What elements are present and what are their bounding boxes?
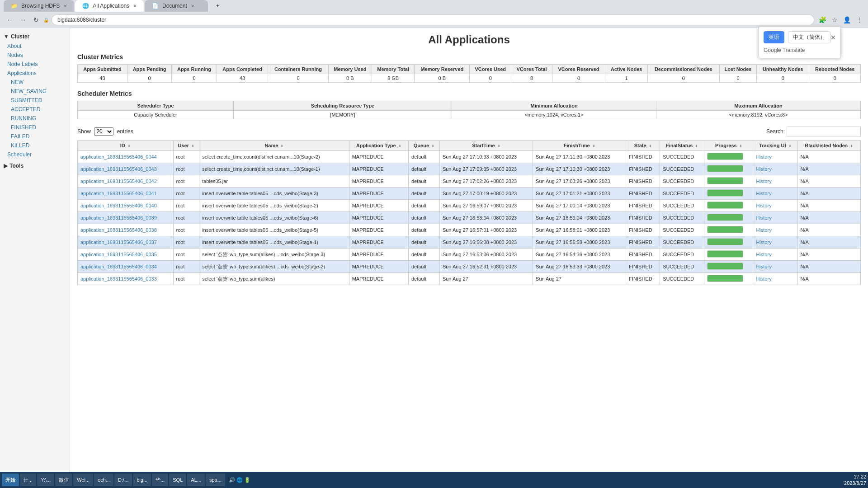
history-link[interactable]: History [756,227,771,233]
apps-col-state[interactable]: State ⬍ [626,141,660,151]
sidebar-item-new[interactable]: NEW [0,78,70,87]
tools-section-header[interactable]: ▶ Tools [0,161,70,171]
sidebar-item-about[interactable]: About [0,42,70,51]
app-id-link[interactable]: application_1693115565406_0034 [80,264,157,269]
sidebar-item-accepted[interactable]: ACCEPTED [0,105,70,114]
app-id-link[interactable]: application_1693115565406_0033 [80,276,157,282]
cell-finish: Sun Aug 27 17:11:30 +0800 2023 [533,151,626,163]
history-link[interactable]: History [756,166,771,172]
taskbar-btn-1[interactable]: 计... [20,474,36,483]
history-link[interactable]: History [756,276,771,282]
app-id-link[interactable]: application_1693115565406_0041 [80,191,157,196]
bookmark-button[interactable]: ☆ [830,15,840,24]
tab-hdfs[interactable]: 📁 Browsing HDFS ✕ [4,0,74,12]
taskbar-btn-hua[interactable]: 华... [152,474,168,483]
app-id-link[interactable]: application_1693115565406_0043 [80,166,157,172]
cell-finish: Sun Aug 27 16:54:36 +0800 2023 [533,249,626,261]
sidebar-item-running[interactable]: RUNNING [0,114,70,123]
cluster-section-header[interactable]: ▼ Cluster [0,32,70,42]
start-button[interactable]: 开始 [2,474,19,483]
app-id-link[interactable]: application_1693115565406_0042 [80,178,157,184]
history-link[interactable]: History [756,252,771,257]
search-input[interactable] [787,127,861,136]
app-id-link[interactable]: application_1693115565406_0040 [80,203,157,208]
history-link[interactable]: History [756,215,771,221]
history-link[interactable]: History [756,178,771,184]
cluster-label: Cluster [11,33,29,40]
apps-col-user[interactable]: User ⬍ [173,141,199,151]
apps-col-blacklisted[interactable]: Blacklisted Nodes ⬍ [797,141,860,151]
back-button[interactable]: ← [4,15,15,24]
taskbar-btn-wei[interactable]: Wei... [73,474,93,483]
tab-allapps[interactable]: 🌐 All Applications ✕ [75,0,144,12]
taskbar-btn-ech[interactable]: ech... [94,474,113,483]
translate-english-button[interactable]: 英语 [764,31,784,43]
history-link[interactable]: History [756,264,771,269]
apps-col-id[interactable]: ID ⬍ [78,141,174,151]
cell-progress [704,249,753,261]
cell-name: select '点赞' wb_type,sum(alikes) [199,273,349,285]
app-id-link[interactable]: application_1693115565406_0037 [80,239,157,245]
sidebar-item-node-labels[interactable]: Node Labels [0,60,70,69]
app-id-link[interactable]: application_1693115565406_0035 [80,252,157,257]
taskbar-btn-spa[interactable]: spa... [206,474,225,483]
cell-queue: default [408,273,439,285]
menu-button[interactable]: ⋮ [854,15,864,24]
cell-tracking: History [753,224,797,236]
tab-close-allapps[interactable]: ✕ [133,4,137,9]
sidebar-item-submitted[interactable]: SUBMITTED [0,96,70,105]
entries-select[interactable]: 20 50 100 [94,127,113,136]
forward-button[interactable]: → [17,15,29,24]
history-link[interactable]: History [756,203,771,208]
profile-button[interactable]: 👤 [841,15,853,24]
taskbar-sys: 🔊 🌐 🔋 [226,477,253,483]
cell-name: insert overwrite table tables05 ...ods_w… [199,212,349,224]
tab-close-hdfs[interactable]: ✕ [63,4,67,9]
taskbar-btn-sql[interactable]: SQL [169,474,186,483]
app-id-link[interactable]: application_1693115565406_0039 [80,215,157,221]
translate-chinese-button[interactable]: 中文（简体） [788,31,830,43]
translate-close-button[interactable]: ✕ [830,34,836,41]
apps-col-progress[interactable]: Progress ⬍ [704,141,753,151]
reload-button[interactable]: ↻ [31,15,42,24]
sidebar-item-nodes[interactable]: Nodes [0,51,70,60]
cluster-section: ▼ Cluster About Nodes Node Labels Applic… [0,32,70,159]
apps-col-name[interactable]: Name ⬍ [199,141,349,151]
taskbar-btn-2[interactable]: Y:\... [37,474,54,483]
address-bar[interactable]: bigdata:8088/cluster [52,14,814,25]
apps-col-finalstatus[interactable]: FinalStatus ⬍ [660,141,704,151]
history-link[interactable]: History [756,191,771,196]
apps-col-queue[interactable]: Queue ⬍ [408,141,439,151]
sidebar-item-applications[interactable]: Applications [0,69,70,78]
apps-col-type[interactable]: Application Type ⬍ [349,141,408,151]
taskbar-btn-wechat[interactable]: 微信 [55,474,72,483]
sidebar-item-killed[interactable]: KILLED [0,141,70,150]
history-link[interactable]: History [756,154,771,160]
app-id-link[interactable]: application_1693115565406_0044 [80,154,157,160]
progress-bar-container [707,165,743,172]
apps-col-tracking[interactable]: Tracking UI ⬍ [753,141,797,151]
taskbar-btn-d[interactable]: D:\... [114,474,132,483]
apps-col-start[interactable]: StartTime ⬍ [439,141,533,151]
val-apps-completed: 43 [217,74,268,83]
progress-bar-fill [708,165,743,172]
cell-user: root [173,163,199,175]
sidebar-item-failed[interactable]: FAILED [0,132,70,141]
cell-progress [704,212,753,224]
sidebar-item-new-saving[interactable]: NEW_SAVING [0,87,70,96]
sidebar-item-finished[interactable]: FINISHED [0,123,70,132]
extensions-button[interactable]: 🧩 [817,15,828,24]
new-tab-button[interactable]: + [209,0,226,12]
app-id-link[interactable]: application_1693115565406_0038 [80,227,157,233]
history-link[interactable]: History [756,239,771,245]
taskbar-btn-al[interactable]: AL... [187,474,205,483]
tab-close-document[interactable]: ✕ [191,4,194,9]
taskbar-btn-big[interactable]: big... [133,474,151,483]
apps-col-finish[interactable]: FinishTime ⬍ [533,141,626,151]
cell-start: Sun Aug 27 17:10:33 +0800 2023 [439,151,533,163]
cell-type: MAPREDUCE [349,175,408,188]
val-vcores-used: 0 [470,74,511,83]
sidebar-item-scheduler[interactable]: Scheduler [0,150,70,159]
cell-state: FINISHED [626,188,660,200]
tab-document[interactable]: 📄 Document ✕ [145,0,208,12]
